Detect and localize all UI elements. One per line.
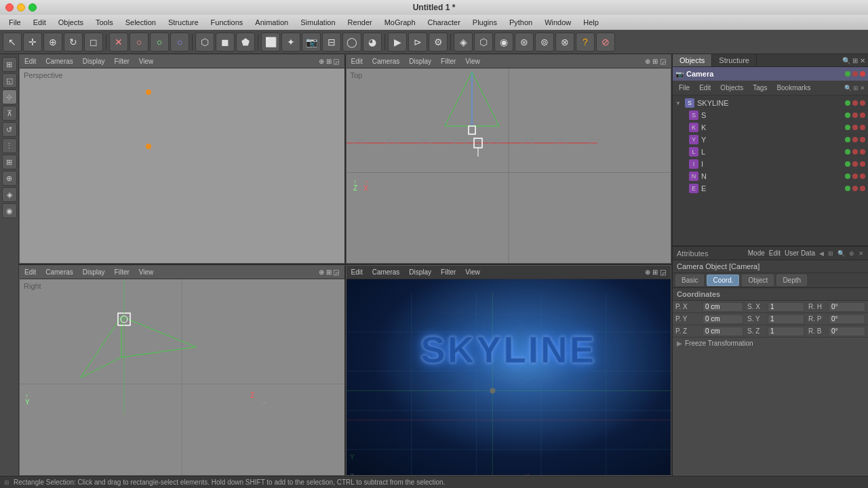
rotate-x-button[interactable]: ○ — [130, 33, 149, 52]
px-input[interactable] — [703, 302, 743, 312]
menu-character[interactable]: Character — [422, 17, 466, 28]
rp-input[interactable] — [829, 314, 865, 324]
rotate-y-button[interactable]: ○ — [150, 33, 169, 52]
menu-edit[interactable]: Edit — [28, 17, 52, 28]
render-settings-button[interactable]: ⚙ — [429, 33, 448, 52]
cube-button[interactable]: ⬜ — [261, 33, 280, 52]
light-button[interactable]: ✦ — [281, 33, 300, 52]
attr-tab-depth[interactable]: Depth — [776, 274, 807, 286]
menu-simulation[interactable]: Simulation — [295, 17, 340, 28]
menu-tools[interactable]: Tools — [90, 17, 119, 28]
move-tool-button[interactable]: ✛ — [23, 33, 42, 52]
right-display-menu[interactable]: Display — [81, 268, 107, 277]
panel-search-icon[interactable]: 🔍 — [842, 57, 850, 64]
right-viewport[interactable]: Edit Cameras Display Filter View ⊕ ⊞ ◲ R… — [19, 265, 346, 476]
front-filter-menu[interactable]: Filter — [439, 268, 458, 277]
menu-window[interactable]: Window — [539, 17, 576, 28]
object-i[interactable]: I I — [673, 158, 868, 170]
obj-edit-btn[interactable]: Edit — [696, 83, 714, 92]
perspective-view-menu[interactable]: View — [137, 57, 156, 66]
delete-button[interactable]: ✕ — [109, 33, 128, 52]
obj-bookmarks-btn[interactable]: Bookmarks — [773, 83, 814, 92]
perspective-cameras-menu[interactable]: Cameras — [43, 57, 75, 66]
plugin5-button[interactable]: ⊚ — [535, 33, 554, 52]
right-cameras-menu[interactable]: Cameras — [43, 268, 75, 277]
render-button[interactable]: ▶ — [388, 33, 407, 52]
sy-input[interactable] — [768, 314, 804, 324]
rb-input[interactable] — [829, 327, 865, 336]
minimize-button[interactable] — [17, 3, 25, 12]
obj-search-icon[interactable]: 🔍 — [844, 85, 852, 92]
menu-python[interactable]: Python — [504, 17, 538, 28]
obj-file-btn[interactable]: File — [675, 83, 693, 92]
transform-tool-button[interactable]: ◻ — [84, 33, 103, 52]
object-k[interactable]: K K — [673, 121, 868, 134]
move-icon[interactable]: ⊹ — [2, 89, 17, 104]
perspective-filter-menu[interactable]: Filter — [113, 57, 132, 66]
plugin3-button[interactable]: ◉ — [494, 33, 513, 52]
top-edit-menu[interactable]: Edit — [349, 57, 365, 66]
perspective-display-menu[interactable]: Display — [81, 57, 107, 66]
py-input[interactable] — [703, 314, 743, 324]
panel-add-icon[interactable]: ⊞ — [852, 57, 858, 64]
attr-tab-coord[interactable]: Coord. — [707, 274, 739, 286]
top-display-menu[interactable]: Display — [407, 57, 433, 66]
polygon-button[interactable]: ⬡ — [195, 33, 214, 52]
sx-input[interactable] — [768, 302, 804, 312]
menu-file[interactable]: File — [3, 17, 26, 28]
attr-edit-btn[interactable]: Edit — [769, 249, 781, 257]
plugin1-button[interactable]: ◈ — [454, 33, 473, 52]
object-s[interactable]: S S — [673, 109, 868, 121]
right-filter-menu[interactable]: Filter — [113, 268, 132, 277]
attr-mode-btn[interactable]: Mode — [748, 249, 765, 257]
grid-icon[interactable]: ⊞ — [2, 155, 17, 169]
rh-input[interactable] — [829, 302, 865, 312]
right-edit-menu[interactable]: Edit — [22, 268, 38, 277]
obj-objects-btn[interactable]: Objects — [717, 83, 747, 92]
close-button[interactable] — [5, 3, 14, 12]
top-view-menu[interactable]: View — [463, 57, 482, 66]
obj-close-icon[interactable]: ✕ — [860, 85, 865, 92]
rotate-tool-button[interactable]: ↻ — [64, 33, 83, 52]
menu-objects[interactable]: Objects — [53, 17, 89, 28]
viewport-icon[interactable]: ⊞ — [2, 57, 17, 72]
freeze-transformation-row[interactable]: ▶ Freeze Transformation — [673, 338, 868, 349]
rotate-z-button[interactable]: ○ — [170, 33, 189, 52]
obj-filter-icon[interactable]: ⊞ — [853, 85, 859, 92]
front-view-menu[interactable]: View — [463, 268, 482, 277]
help-button[interactable]: ? — [576, 33, 595, 52]
attr-userdata-btn[interactable]: User Data — [785, 249, 815, 257]
menu-functions[interactable]: Functions — [205, 17, 249, 28]
menu-animation[interactable]: Animation — [250, 17, 294, 28]
plugin4-button[interactable]: ⊛ — [515, 33, 534, 52]
irender-button[interactable]: ⊳ — [408, 33, 427, 52]
object-n[interactable]: N N — [673, 170, 868, 182]
uvw-button[interactable]: ⬟ — [236, 33, 255, 52]
camera-item[interactable]: 📷 Camera — [673, 67, 868, 81]
object-l[interactable]: L L — [673, 146, 868, 158]
maximize-button[interactable] — [28, 3, 37, 12]
sz-input[interactable] — [768, 327, 804, 336]
select-tool-button[interactable]: ↖ — [3, 33, 22, 52]
axis-icon[interactable]: ⊕ — [2, 171, 17, 186]
material-button[interactable]: ◕ — [363, 33, 382, 52]
object-skyline[interactable]: ▼ S SKYLINE — [673, 97, 868, 109]
scale-icon[interactable]: ⊼ — [2, 106, 17, 121]
mat-icon[interactable]: ◉ — [2, 203, 17, 218]
plugin6-button[interactable]: ⊗ — [555, 33, 574, 52]
render-icon2[interactable]: ◈ — [2, 187, 17, 202]
front-viewport[interactable]: Edit Cameras Display Filter View ⊕ ⊞ ◲ F… — [346, 265, 672, 476]
attr-tab-basic[interactable]: Basic — [675, 274, 704, 286]
object-y[interactable]: Y Y — [673, 134, 868, 146]
menu-render[interactable]: Render — [342, 17, 378, 28]
top-viewport[interactable]: Edit Cameras Display Filter View ⊕ ⊞ ◲ T… — [346, 54, 672, 264]
plugin2-button[interactable]: ⬡ — [474, 33, 493, 52]
menu-mograph[interactable]: MoGraph — [379, 17, 421, 28]
front-edit-menu[interactable]: Edit — [349, 268, 365, 277]
object-e[interactable]: E E — [673, 182, 868, 195]
perspective-icon[interactable]: ◱ — [2, 73, 17, 88]
top-cameras-menu[interactable]: Cameras — [370, 57, 402, 66]
menu-plugins[interactable]: Plugins — [467, 17, 502, 28]
right-view-menu[interactable]: View — [137, 268, 156, 277]
model-button[interactable]: ◼ — [216, 33, 235, 52]
